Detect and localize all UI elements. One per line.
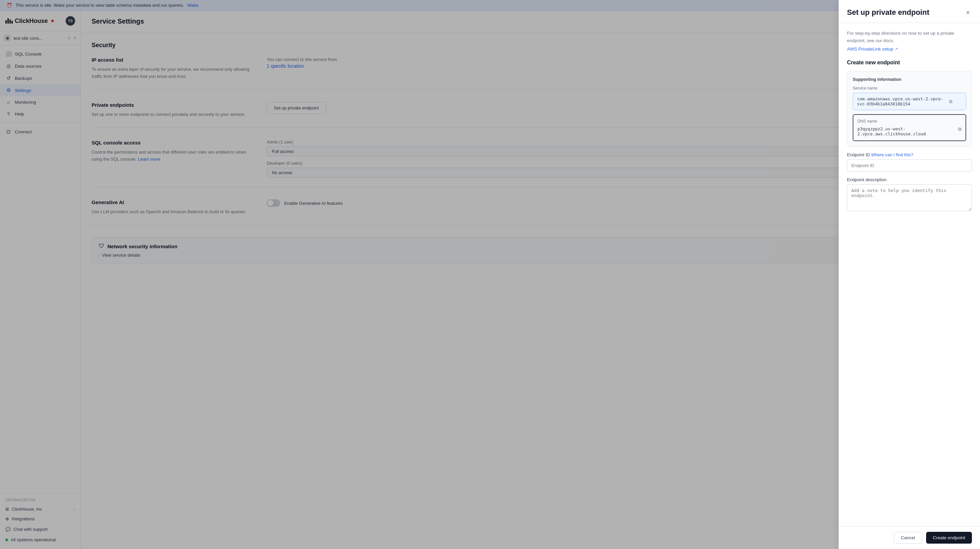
service-name-value: com.amazonaws.vpce.us-west-2.vpce-svc-03…: [853, 92, 966, 110]
dns-name-text: p3qyqzppz2.us-west-2.vpce.aws.clickhouse…: [858, 126, 958, 137]
supporting-info-title: Supporting information: [853, 77, 966, 82]
create-endpoint-title: Create new endpoint: [847, 60, 972, 66]
dns-name-value: p3qyqzppz2.us-west-2.vpce.aws.clickhouse…: [858, 126, 961, 137]
endpoint-desc-section: Endpoint description: [847, 177, 972, 212]
dns-name-label: DNS name: [858, 119, 961, 124]
cancel-button[interactable]: Cancel: [894, 532, 922, 544]
dns-name-field: DNS name p3qyqzppz2.us-west-2.vpce.aws.c…: [853, 114, 966, 141]
copy-dns-name-icon[interactable]: ⧉: [958, 126, 961, 132]
dns-field-box: DNS name p3qyqzppz2.us-west-2.vpce.aws.c…: [853, 114, 966, 141]
endpoint-desc-textarea[interactable]: [847, 184, 972, 211]
endpoint-id-label: Endpoint ID Where can I find this?: [847, 152, 972, 157]
panel-close-button[interactable]: ×: [964, 11, 972, 17]
service-name-text: com.amazonaws.vpce.us-west-2.vpce-svc-03…: [857, 96, 949, 107]
modal-overlay[interactable]: [0, 11, 980, 549]
aws-privatelink-link[interactable]: AWS PrivateLink setup ↗: [847, 46, 898, 51]
create-endpoint-section: Create new endpoint Supporting informati…: [847, 60, 972, 212]
panel-title: Set up private endpoint: [847, 11, 929, 17]
supporting-info-card: Supporting information Service name com.…: [847, 71, 972, 147]
service-name-field: Service name com.amazonaws.vpce.us-west-…: [853, 86, 966, 110]
endpoint-id-section: Endpoint ID Where can I find this?: [847, 152, 972, 172]
panel-header: Set up private endpoint ×: [839, 11, 980, 23]
panel-description: For step-by-step directions on how to se…: [847, 30, 972, 44]
side-panel: Set up private endpoint × For step-by-st…: [838, 11, 980, 549]
endpoint-id-label-text: Endpoint ID: [847, 152, 870, 157]
endpoint-desc-label: Endpoint description: [847, 177, 972, 182]
where-find-link[interactable]: Where can I find this?: [871, 152, 914, 157]
endpoint-id-input[interactable]: [847, 159, 972, 172]
service-name-label: Service name: [853, 86, 966, 91]
panel-footer: Cancel Create endpoint: [839, 526, 980, 549]
copy-service-name-icon[interactable]: ⧉: [949, 99, 952, 104]
create-endpoint-button[interactable]: Create endpoint: [926, 532, 972, 544]
panel-body: For step-by-step directions on how to se…: [839, 23, 980, 526]
external-link-icon: ↗: [895, 47, 898, 51]
aws-link-text: AWS PrivateLink setup: [847, 46, 893, 51]
